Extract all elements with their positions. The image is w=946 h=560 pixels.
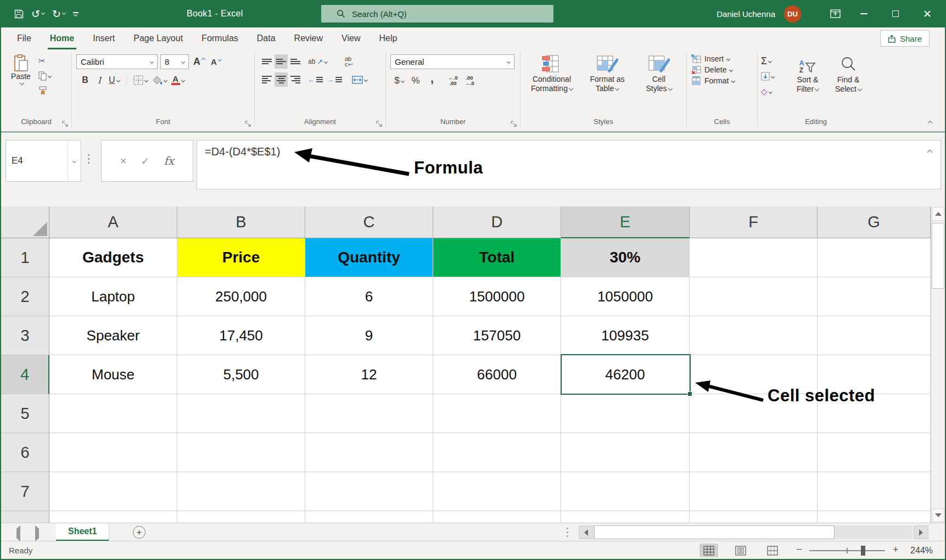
zoom-slider-thumb[interactable] bbox=[861, 546, 865, 556]
cell-B6[interactable] bbox=[177, 433, 305, 472]
cell-G6[interactable] bbox=[818, 433, 931, 472]
cell-F3[interactable] bbox=[690, 316, 818, 355]
close-button[interactable]: ✕ bbox=[915, 0, 939, 27]
font-size-select[interactable]: 8 bbox=[160, 54, 189, 69]
cell-D7[interactable] bbox=[433, 472, 561, 511]
tab-home[interactable]: Home bbox=[41, 27, 83, 49]
cell-F5[interactable] bbox=[690, 394, 818, 433]
comma-style-button[interactable]: , bbox=[426, 74, 439, 88]
align-right-button[interactable] bbox=[289, 72, 302, 87]
cell-F1[interactable] bbox=[690, 238, 818, 277]
cell-A8[interactable] bbox=[49, 511, 177, 523]
column-header-F[interactable]: F bbox=[690, 206, 818, 238]
cell-A3[interactable]: Speaker bbox=[49, 316, 177, 355]
copy-button[interactable] bbox=[38, 69, 51, 82]
tab-data[interactable]: Data bbox=[248, 27, 285, 49]
cell-D5[interactable] bbox=[433, 394, 561, 433]
scroll-down-button[interactable] bbox=[932, 508, 944, 522]
format-painter-button[interactable] bbox=[38, 84, 51, 97]
borders-button[interactable] bbox=[132, 73, 149, 87]
page-layout-view-button[interactable] bbox=[731, 544, 750, 557]
select-all-button[interactable] bbox=[1, 206, 49, 238]
next-sheet-button[interactable] bbox=[35, 529, 39, 539]
cell-F8[interactable] bbox=[690, 511, 818, 523]
cancel-button[interactable]: × bbox=[120, 155, 127, 167]
cell-G7[interactable] bbox=[818, 472, 931, 511]
cell-G4[interactable] bbox=[818, 355, 931, 394]
name-box-dropdown[interactable] bbox=[68, 141, 81, 181]
grow-font-button[interactable]: A bbox=[192, 55, 206, 69]
cell-F4[interactable] bbox=[690, 355, 818, 394]
conditional-formatting-button[interactable]: Conditional Formatting bbox=[524, 54, 579, 117]
undo-button[interactable]: ↺ bbox=[31, 9, 44, 19]
cell-A7[interactable] bbox=[49, 472, 177, 511]
accounting-format-button[interactable]: $ bbox=[393, 74, 406, 88]
new-sheet-button[interactable]: + bbox=[133, 526, 145, 539]
delete-cells-button[interactable]: Delete bbox=[691, 65, 757, 74]
insert-cells-button[interactable]: Insert bbox=[691, 54, 757, 63]
vertical-scrollbar[interactable] bbox=[931, 206, 945, 523]
zoom-out-button[interactable]: − bbox=[796, 544, 802, 556]
format-cells-button[interactable]: Format bbox=[691, 76, 757, 85]
clipboard-dialog-launcher[interactable] bbox=[62, 121, 69, 127]
find-select-button[interactable]: Find & Select bbox=[828, 54, 869, 117]
maximize-button[interactable] bbox=[883, 0, 908, 27]
alignment-dialog-launcher[interactable] bbox=[376, 121, 383, 127]
row-header-5[interactable]: 5 bbox=[1, 394, 49, 433]
cell-G3[interactable] bbox=[818, 316, 931, 355]
row-header-8[interactable]: 8 bbox=[1, 511, 49, 523]
horizontal-scroll-thumb[interactable] bbox=[594, 525, 835, 539]
row-header-1[interactable]: 1 bbox=[1, 238, 49, 277]
scroll-right-button[interactable] bbox=[914, 525, 928, 539]
tab-formulas[interactable]: Formulas bbox=[192, 27, 248, 49]
fill-button[interactable] bbox=[761, 70, 787, 83]
cell-F6[interactable] bbox=[690, 433, 818, 472]
cell-A2[interactable]: Laptop bbox=[49, 277, 177, 316]
tab-help[interactable]: Help bbox=[370, 27, 406, 49]
cell-E3[interactable]: 109935 bbox=[561, 316, 690, 355]
cell-G2[interactable] bbox=[818, 277, 931, 316]
tab-view[interactable]: View bbox=[332, 27, 370, 49]
sort-filter-button[interactable]: AZ Sort & Filter bbox=[787, 54, 828, 117]
row-header-3[interactable]: 3 bbox=[1, 316, 49, 355]
cell-styles-button[interactable]: Cell Styles bbox=[635, 54, 682, 117]
cell-E4[interactable]: 46200 bbox=[561, 355, 690, 394]
sheet-tab-sheet1[interactable]: Sheet1 bbox=[56, 523, 109, 541]
cell-C6[interactable] bbox=[305, 433, 433, 472]
decrease-indent-button[interactable]: ← bbox=[306, 72, 324, 87]
align-middle-button[interactable] bbox=[275, 54, 288, 69]
cell-B3[interactable]: 17,450 bbox=[177, 316, 305, 355]
save-button[interactable] bbox=[14, 9, 24, 19]
cell-E2[interactable]: 1050000 bbox=[561, 277, 690, 316]
name-box[interactable]: E4 bbox=[5, 140, 81, 182]
increase-decimal-button[interactable]: ←.0.00 bbox=[446, 74, 460, 88]
ribbon-display-options-button[interactable] bbox=[823, 0, 847, 27]
cell-F7[interactable] bbox=[690, 472, 818, 511]
cell-G5[interactable] bbox=[818, 394, 931, 433]
cell-D6[interactable] bbox=[433, 433, 561, 472]
column-header-B[interactable]: B bbox=[177, 206, 305, 238]
vertical-scroll-thumb[interactable] bbox=[932, 223, 944, 289]
column-header-C[interactable]: C bbox=[305, 206, 433, 238]
shrink-font-button[interactable]: A bbox=[209, 55, 223, 69]
cell-B7[interactable] bbox=[177, 472, 305, 511]
paste-button[interactable]: Paste bbox=[7, 54, 35, 117]
cell-G8[interactable] bbox=[818, 511, 931, 523]
cell-E5[interactable] bbox=[561, 394, 690, 433]
column-header-D[interactable]: D bbox=[433, 206, 561, 238]
cell-E7[interactable] bbox=[561, 472, 690, 511]
search-box[interactable]: Search (Alt+Q) bbox=[321, 5, 553, 23]
number-format-select[interactable]: General bbox=[390, 54, 514, 69]
align-top-button[interactable] bbox=[260, 54, 273, 69]
italic-button[interactable]: I bbox=[93, 73, 106, 87]
tab-insert[interactable]: Insert bbox=[83, 27, 124, 49]
normal-view-button[interactable] bbox=[699, 544, 718, 557]
collapse-formula-bar-button[interactable] bbox=[927, 150, 933, 155]
tab-page-layout[interactable]: Page Layout bbox=[124, 27, 192, 49]
redo-button[interactable]: ↻ bbox=[52, 9, 65, 19]
enter-button[interactable]: ✓ bbox=[141, 155, 150, 167]
cell-A4[interactable]: Mouse bbox=[49, 355, 177, 394]
cell-G1[interactable] bbox=[818, 238, 931, 277]
percent-style-button[interactable]: % bbox=[409, 74, 422, 88]
font-family-select[interactable]: Calibri bbox=[76, 54, 158, 69]
